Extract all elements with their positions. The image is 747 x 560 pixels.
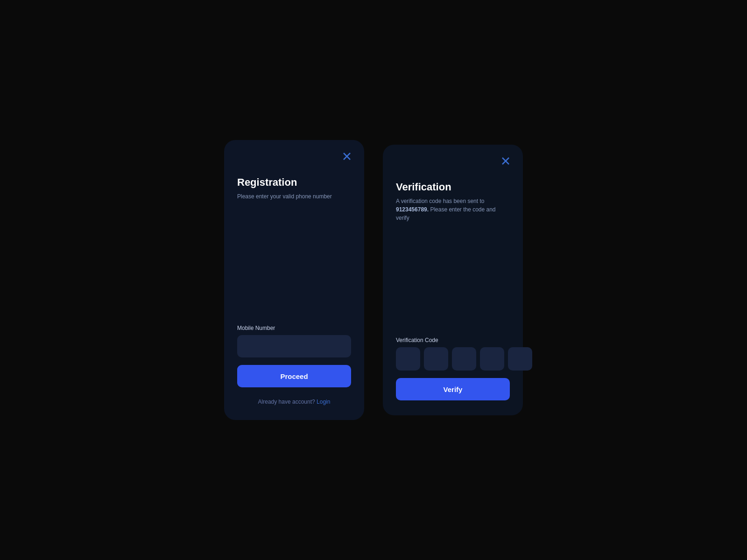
mobile-number-label: Mobile Number (237, 325, 351, 331)
verification-form: Verification Code Verify (396, 337, 510, 400)
mobile-number-input[interactable] (237, 335, 351, 357)
verify-button[interactable]: Verify (396, 378, 510, 400)
login-link[interactable]: Login (317, 399, 330, 405)
verification-code-label: Verification Code (396, 337, 510, 343)
registration-form: Mobile Number Proceed (237, 325, 351, 387)
close-icon (501, 157, 510, 165)
registration-card: Registration Please enter your valid pho… (224, 140, 364, 420)
verification-code-inputs (396, 347, 510, 371)
verification-card: Verification A verification code has bee… (383, 145, 523, 415)
verification-title: Verification (396, 181, 510, 193)
code-input-2[interactable] (424, 347, 448, 371)
verification-close-button[interactable] (500, 155, 512, 167)
proceed-button[interactable]: Proceed (237, 365, 351, 387)
code-input-3[interactable] (452, 347, 476, 371)
code-input-4[interactable] (480, 347, 504, 371)
verification-phone: 9123456789. (396, 206, 429, 213)
screens-container: Registration Please enter your valid pho… (224, 140, 523, 420)
footer-text: Already have account? Login (237, 399, 351, 405)
code-input-5[interactable] (508, 347, 532, 371)
code-input-1[interactable] (396, 347, 420, 371)
registration-title: Registration (237, 176, 351, 189)
registration-close-button[interactable] (341, 150, 353, 162)
close-icon (343, 152, 351, 161)
verification-subtitle: A verification code has been sent to 912… (396, 197, 510, 222)
registration-subtitle: Please enter your valid phone number (237, 192, 351, 201)
